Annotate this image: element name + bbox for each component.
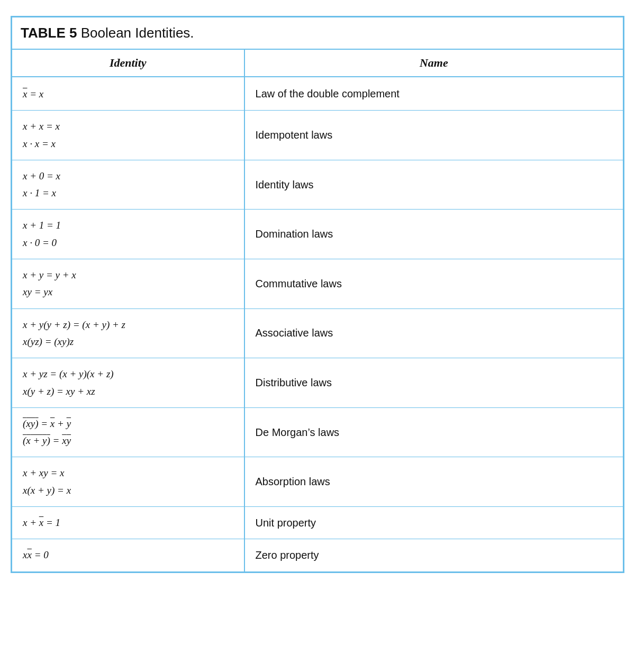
identity-cell: x + x = x x · x = x (12, 111, 244, 160)
table-row: xx = 0 Zero property (12, 539, 623, 571)
identity-cell: x + x = 1 (12, 507, 244, 539)
identity-cell: x + xy = x x(x + y) = x (12, 457, 244, 507)
name-cell: Unit property (244, 507, 623, 539)
name-cell: De Morgan’s laws (244, 407, 623, 457)
table-title-bold: TABLE 5 (21, 25, 77, 41)
table-row: x + x = 1 Unit property (12, 507, 623, 539)
table-row: x = x Law of the double complement (12, 77, 623, 111)
name-cell: Commutative laws (244, 259, 623, 309)
name-cell: Identity laws (244, 160, 623, 210)
identity-cell: x + y = y + x xy = yx (12, 259, 244, 309)
identity-cell: x + y(y + z) = (x + y) + z x(yz) = (xy)z (12, 308, 244, 358)
name-cell: Domination laws (244, 210, 623, 259)
name-cell: Distributive laws (244, 358, 623, 408)
identity-cell: x + 0 = x x · 1 = x (12, 160, 244, 210)
name-cell: Zero property (244, 539, 623, 571)
identity-cell: x + 1 = 1 x · 0 = 0 (12, 210, 244, 259)
name-cell: Law of the double complement (244, 77, 623, 111)
identity-cell: xx = 0 (12, 539, 244, 571)
table-title: TABLE 5 Boolean Identities. (12, 17, 623, 50)
table-row: x + y(y + z) = (x + y) + z x(yz) = (xy)z… (12, 308, 623, 358)
col-header-name: Name (244, 50, 623, 77)
col-header-identity: Identity (12, 50, 244, 77)
table-row: x + y = y + x xy = yx Commutative laws (12, 259, 623, 309)
table-title-rest: Boolean Identities. (77, 25, 194, 41)
boolean-identities-table: TABLE 5 Boolean Identities. Identity Nam… (11, 16, 624, 573)
table-row: (xy) = x + y (x + y) = xy De Morgan’s la… (12, 407, 623, 457)
name-cell: Associative laws (244, 308, 623, 358)
table-row: x + yz = (x + y)(x + z) x(y + z) = xy + … (12, 358, 623, 408)
name-cell: Absorption laws (244, 457, 623, 507)
identity-cell: x + yz = (x + y)(x + z) x(y + z) = xy + … (12, 358, 244, 408)
name-cell: Idempotent laws (244, 111, 623, 160)
table-row: x + 1 = 1 x · 0 = 0 Domination laws (12, 210, 623, 259)
table-row: x + xy = x x(x + y) = x Absorption laws (12, 457, 623, 507)
identity-cell: (xy) = x + y (x + y) = xy (12, 407, 244, 457)
table-row: x + 0 = x x · 1 = x Identity laws (12, 160, 623, 210)
identity-cell: x = x (12, 77, 244, 111)
table-row: x + x = x x · x = x Idempotent laws (12, 111, 623, 160)
